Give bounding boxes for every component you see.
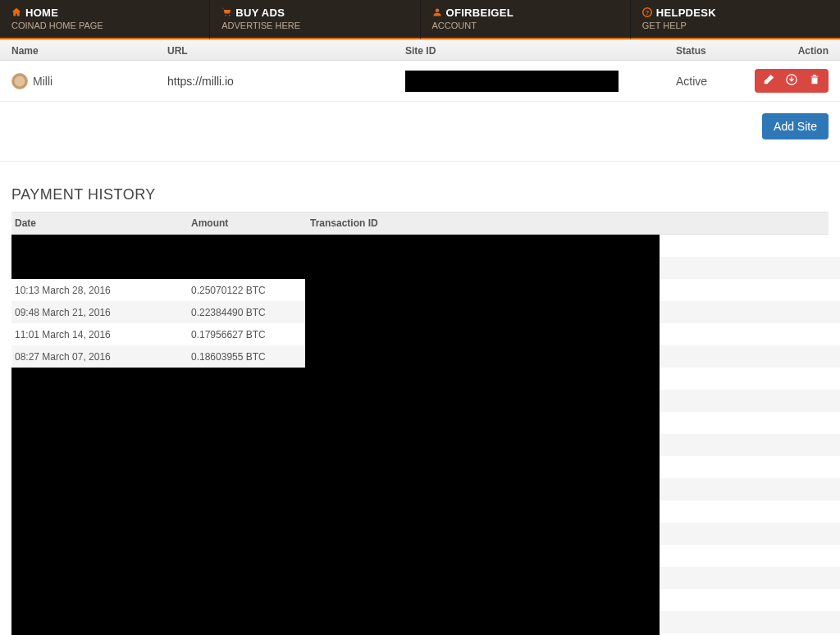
site-name: Milli bbox=[33, 75, 52, 88]
nav-subtitle: ADVERTISE HERE bbox=[221, 21, 408, 30]
col-url: URL bbox=[167, 45, 405, 57]
add-site-button[interactable]: Add Site bbox=[762, 113, 829, 139]
nav-subtitle: ACCOUNT bbox=[432, 21, 619, 30]
home-icon bbox=[11, 7, 22, 19]
redacted-block-txid bbox=[305, 279, 660, 368]
redacted-block-bottom bbox=[11, 368, 660, 635]
nav-home[interactable]: HOME COINAD HOME PAGE bbox=[0, 0, 210, 39]
trash-icon[interactable] bbox=[809, 74, 820, 88]
col-date: Date bbox=[15, 217, 191, 229]
nav-title: HOME bbox=[25, 7, 58, 19]
col-action: Action bbox=[742, 45, 829, 57]
svg-text:?: ? bbox=[645, 9, 649, 16]
help-icon: ? bbox=[642, 7, 653, 19]
site-row: Milli https://milli.io Active bbox=[0, 61, 840, 102]
col-siteid: Site ID bbox=[405, 45, 676, 57]
payment-history-title: PAYMENT HISTORY bbox=[11, 186, 829, 203]
sites-table-header: Name URL Site ID Status Action bbox=[0, 39, 840, 61]
cart-icon bbox=[221, 7, 232, 19]
col-txid: Transaction ID bbox=[310, 217, 825, 229]
payment-history-section: PAYMENT HISTORY Date Amount Transaction … bbox=[0, 162, 840, 368]
download-icon[interactable] bbox=[786, 74, 797, 88]
top-nav: HOME COINAD HOME PAGE BUY ADS ADVERTISE … bbox=[0, 0, 840, 39]
site-actions bbox=[755, 69, 829, 93]
nav-title: OFIRBEIGEL bbox=[446, 7, 514, 19]
edit-icon[interactable] bbox=[763, 74, 774, 88]
history-body: 10:13 March 28, 2016 0.25070122 BTC 09:4… bbox=[11, 235, 829, 368]
history-rows-redacted bbox=[660, 235, 840, 633]
nav-helpdesk[interactable]: ? HELPDESK GET HELP bbox=[631, 0, 840, 39]
nav-buyads[interactable]: BUY ADS ADVERTISE HERE bbox=[210, 0, 420, 39]
user-icon bbox=[432, 7, 443, 19]
site-name-cell: Milli bbox=[11, 73, 167, 89]
col-status: Status bbox=[676, 45, 742, 57]
nav-subtitle: COINAD HOME PAGE bbox=[11, 21, 198, 30]
redacted-siteid bbox=[405, 71, 619, 92]
add-site-row: Add Site bbox=[0, 102, 840, 162]
site-favicon bbox=[11, 73, 28, 89]
nav-subtitle: GET HELP bbox=[642, 21, 829, 30]
site-id-cell bbox=[405, 71, 676, 92]
nav-user[interactable]: OFIRBEIGEL ACCOUNT bbox=[421, 0, 631, 39]
col-name: Name bbox=[11, 45, 167, 57]
col-amount: Amount bbox=[191, 217, 310, 229]
site-url: https://milli.io bbox=[167, 75, 405, 88]
nav-title: HELPDESK bbox=[656, 7, 716, 19]
site-status: Active bbox=[676, 75, 742, 88]
nav-title: BUY ADS bbox=[235, 7, 285, 19]
redacted-block-top bbox=[11, 235, 660, 279]
history-table-header: Date Amount Transaction ID bbox=[11, 212, 829, 235]
